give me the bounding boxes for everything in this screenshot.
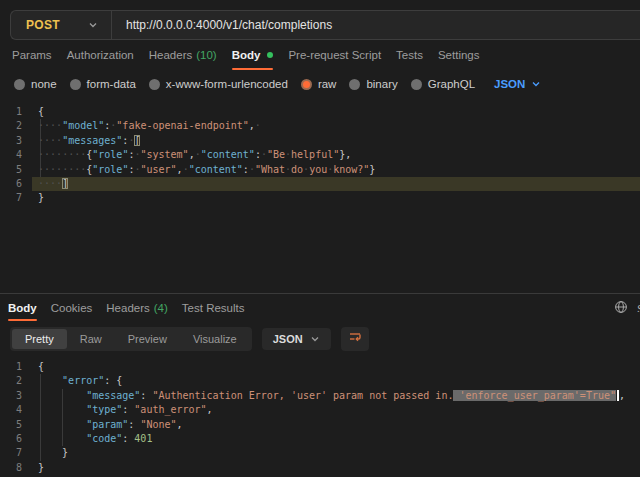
code-line[interactable]: 3····"messages":·[ <box>0 134 640 148</box>
chevron-down-icon <box>88 20 98 30</box>
wrap-text-icon <box>348 330 362 348</box>
response-tab-headers[interactable]: Headers (4) <box>106 294 168 321</box>
url-bar: POST http://0.0.0.0:4000/v1/chat/complet… <box>10 10 640 40</box>
line-number: 1 <box>0 105 32 119</box>
radio-icon <box>14 79 25 90</box>
code-line[interactable]: 4 "type": "auth_error", <box>0 403 640 417</box>
body-type-row: none form-data x-www-form-urlencoded raw… <box>0 70 640 98</box>
tab-label: Tests <box>396 49 423 61</box>
view-preview[interactable]: Preview <box>115 329 180 349</box>
code-line[interactable]: 1{ <box>0 105 640 119</box>
radio-label: none <box>31 78 57 90</box>
code-line[interactable]: 6····] <box>0 177 640 191</box>
method-dropdown[interactable]: POST <box>11 11 111 39</box>
radio-checked-icon <box>301 79 312 90</box>
radio-label: form-data <box>87 78 136 90</box>
tab-settings[interactable]: Settings <box>438 40 480 70</box>
line-number: 3 <box>0 389 32 403</box>
line-number: 3 <box>0 134 32 148</box>
tab-body[interactable]: Body <box>232 40 274 70</box>
tab-count: (4) <box>154 302 168 314</box>
tab-label: Headers <box>149 49 192 61</box>
tab-label: Body <box>8 302 37 314</box>
request-body-editor[interactable]: 1{2····"model":·"fake-openai-endpoint",·… <box>0 98 640 293</box>
language-label: JSON <box>273 333 303 345</box>
body-type-x-www-form-urlencoded[interactable]: x-www-form-urlencoded <box>149 78 288 90</box>
tab-pre-request-script[interactable]: Pre-request Script <box>288 40 381 70</box>
code-line[interactable]: 2 "error": { <box>0 374 640 388</box>
language-label: JSON <box>494 78 525 90</box>
line-number: 1 <box>0 360 32 374</box>
response-toolbar: Pretty Raw Preview Visualize JSON <box>0 321 640 357</box>
line-number: 6 <box>0 432 32 446</box>
radio-label: raw <box>318 78 337 90</box>
code-line[interactable]: 2····"model":·"fake-openai-endpoint",· <box>0 119 640 133</box>
line-number: 7 <box>0 446 32 460</box>
code-line[interactable]: 4········{"role":·"system",·"content":·"… <box>0 148 640 162</box>
radio-label: binary <box>366 78 397 90</box>
line-number: 6 <box>0 177 32 191</box>
tab-count: (10) <box>196 49 216 61</box>
radio-label: GraphQL <box>428 78 475 90</box>
line-number: 8 <box>0 461 32 475</box>
response-language-dropdown[interactable]: JSON <box>262 328 331 350</box>
view-visualize[interactable]: Visualize <box>180 329 250 349</box>
view-raw[interactable]: Raw <box>67 329 115 349</box>
body-type-graphql[interactable]: GraphQL <box>411 78 475 90</box>
response-tab-test-results[interactable]: Test Results <box>182 294 245 321</box>
tab-label: Authorization <box>67 49 134 61</box>
tab-label: Params <box>12 49 52 61</box>
response-meta: S <box>614 300 640 316</box>
line-number: 4 <box>0 148 32 162</box>
request-tabs: Params Authorization Headers (10) Body P… <box>0 40 640 70</box>
code-line[interactable]: 5········{"role":·"user",·"content":·"Wh… <box>0 163 640 177</box>
tab-authorization[interactable]: Authorization <box>67 40 134 70</box>
tab-headers[interactable]: Headers (10) <box>149 40 217 70</box>
code-line[interactable]: 1{ <box>0 360 640 374</box>
tab-tests[interactable]: Tests <box>396 40 423 70</box>
tab-params[interactable]: Params <box>12 40 52 70</box>
code-line[interactable]: 6 "code": 401 <box>0 432 640 446</box>
globe-icon[interactable] <box>614 300 628 316</box>
radio-icon <box>411 79 422 90</box>
line-number: 7 <box>0 191 32 205</box>
line-number: 5 <box>0 418 32 432</box>
line-number: 2 <box>0 374 32 388</box>
chevron-down-icon <box>531 79 541 89</box>
body-modified-dot <box>267 52 273 58</box>
radio-icon <box>70 79 81 90</box>
tab-label: Headers <box>106 302 149 314</box>
body-type-form-data[interactable]: form-data <box>70 78 136 90</box>
response-tabs: Body Cookies Headers (4) Test Results S <box>0 293 640 321</box>
url-input[interactable]: http://0.0.0.0:4000/v1/chat/completions <box>112 18 332 32</box>
api-client-window: POST http://0.0.0.0:4000/v1/chat/complet… <box>0 0 640 477</box>
request-url-row: POST http://0.0.0.0:4000/v1/chat/complet… <box>0 0 640 40</box>
code-line[interactable]: 5 "param": "None", <box>0 418 640 432</box>
code-line[interactable]: 7} <box>0 191 640 205</box>
code-line[interactable]: 8} <box>0 461 640 475</box>
line-number: 4 <box>0 403 32 417</box>
wrap-text-button[interactable] <box>341 327 369 351</box>
method-label: POST <box>26 18 60 32</box>
response-tab-cookies[interactable]: Cookies <box>51 294 93 321</box>
body-type-none[interactable]: none <box>14 78 57 90</box>
tab-label: Settings <box>438 49 480 61</box>
body-type-raw[interactable]: raw <box>301 78 337 90</box>
response-view-switcher: Pretty Raw Preview Visualize <box>10 327 252 351</box>
response-body-editor[interactable]: 1{2 "error": {3 "message": "Authenticati… <box>0 357 640 475</box>
tab-label: Cookies <box>51 302 93 314</box>
tab-label: Test Results <box>182 302 245 314</box>
body-type-binary[interactable]: binary <box>349 78 397 90</box>
line-number: 2 <box>0 119 32 133</box>
tab-label: Pre-request Script <box>288 49 381 61</box>
line-number: 5 <box>0 163 32 177</box>
chevron-down-icon <box>310 334 320 344</box>
view-pretty[interactable]: Pretty <box>12 329 67 349</box>
radio-label: x-www-form-urlencoded <box>166 78 288 90</box>
tab-label: Body <box>232 49 261 61</box>
response-tab-body[interactable]: Body <box>8 294 37 321</box>
radio-icon <box>149 79 160 90</box>
code-line[interactable]: 3 "message": "Authentication Error, 'use… <box>0 389 640 403</box>
request-language-dropdown[interactable]: JSON <box>494 78 541 90</box>
code-line[interactable]: 7 } <box>0 446 640 460</box>
